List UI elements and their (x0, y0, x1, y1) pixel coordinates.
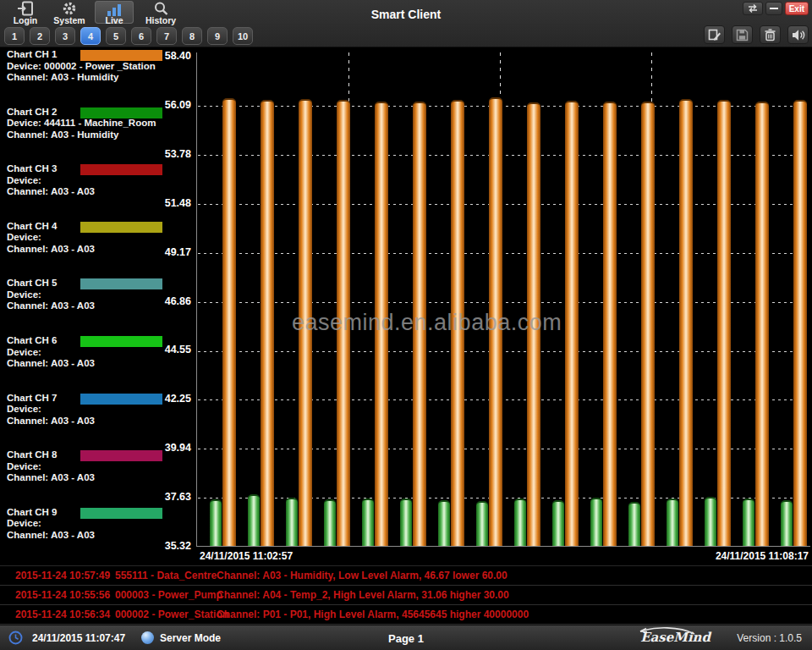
tab-page-1[interactable]: 1 (4, 27, 25, 45)
bar-green (552, 500, 564, 546)
bar-orange (222, 98, 236, 546)
alarm-time: 2015-11-24 10:56:34 (15, 609, 110, 620)
y-axis-ticks: 58.4056.0953.7851.4849.1746.8644.5542.25… (135, 47, 193, 565)
y-axis-line (196, 52, 197, 547)
legend-device: Device: (7, 461, 41, 471)
legend-title: Chart CH 6 (7, 335, 57, 345)
bar-green (590, 498, 602, 546)
legend-title: Chart CH 4 (7, 221, 57, 231)
minimize-icon (770, 8, 778, 9)
h-gridline (198, 106, 807, 107)
alarm-row[interactable]: 2015-11-24 10:55:56000003 - Power_PumpCh… (0, 586, 812, 605)
watermark-text: easemind.en.alibaba.com (292, 310, 562, 336)
bar-green (400, 499, 412, 546)
h-gridline (198, 155, 807, 156)
h-gridline (198, 253, 807, 254)
save-icon (736, 29, 749, 41)
y-tick-label: 37.63 (135, 491, 191, 503)
alarm-row[interactable]: 2015-11-24 10:56:34000002 - Power_Statio… (0, 605, 812, 625)
minimize-button[interactable] (765, 2, 782, 15)
bar-green (438, 500, 450, 546)
alarm-message: Channel: A04 - Temp_2, High Level Alarm,… (217, 589, 509, 601)
legend-channel: Channel: A03 - A03 (7, 186, 95, 196)
tab-page-10[interactable]: 10 (233, 27, 253, 45)
alarm-device: 000002 - Power_Station (115, 609, 228, 620)
save-button[interactable] (732, 25, 753, 44)
tab-page-9[interactable]: 9 (207, 27, 228, 45)
h-gridline (198, 449, 807, 449)
legend-device: Device: 444111 - Machine_Room (7, 118, 156, 128)
legend-title: Chart CH 1 (7, 49, 57, 59)
tab-page-7[interactable]: 7 (156, 27, 177, 45)
alarm-time: 2015-11-24 10:57:49 (15, 570, 110, 581)
titlebar: Login System Live (0, 0, 812, 47)
x-axis-start-label: 24/11/2015 11:02:57 (200, 550, 293, 562)
legend-title: Chart CH 3 (7, 163, 57, 174)
y-tick-label: 35.32 (135, 540, 191, 552)
y-tick-label: 51.48 (135, 197, 191, 209)
toolbar (704, 25, 809, 44)
brand-logo: EaseMind (640, 630, 710, 645)
bar-orange (717, 100, 731, 546)
h-gridline (198, 351, 807, 352)
alarm-row[interactable]: 2015-11-24 10:57:49555111 - Data_CentreC… (0, 566, 812, 586)
y-tick-label: 53.78 (135, 148, 191, 160)
bar-green (628, 502, 640, 546)
y-tick-label: 58.40 (135, 50, 191, 62)
legend-device: Device: (7, 518, 41, 528)
y-tick-label: 56.09 (135, 99, 191, 111)
switch-icon (747, 3, 759, 14)
chart-plot-area: 24/11/2015 11:02:57 24/11/2015 11:08:17 (196, 52, 810, 547)
h-gridline (198, 302, 807, 303)
y-tick-label: 44.55 (135, 344, 191, 355)
legend-channel: Channel: A03 - A03 (7, 416, 95, 426)
legend-channel: Channel: A03 - A03 (7, 244, 95, 254)
window-title: Smart Client (0, 8, 812, 21)
y-tick-label: 49.17 (135, 246, 191, 258)
legend-device: Device: (7, 175, 41, 185)
speaker-icon (791, 29, 805, 41)
tab-page-6[interactable]: 6 (131, 27, 151, 45)
tab-page-3[interactable]: 3 (55, 27, 75, 45)
legend-title: Chart CH 8 (7, 449, 57, 460)
tab-page-2[interactable]: 2 (30, 27, 50, 45)
legend-channel: Channel: A03 - Humidity (7, 72, 118, 82)
legend-device: Device: 000002 - Power _Station (7, 61, 156, 71)
alarm-device: 000003 - Power_Pump (115, 589, 222, 601)
bar-green (781, 500, 793, 546)
legend-channel: Channel: A03 - Humidity (7, 129, 118, 140)
bar-green (514, 499, 526, 546)
bar-green (210, 499, 222, 546)
legend-title: Chart CH 7 (7, 393, 57, 403)
bar-orange (261, 100, 274, 546)
bar-orange (641, 102, 655, 546)
sound-button[interactable] (787, 25, 809, 44)
tab-page-4[interactable]: 4 (80, 27, 101, 45)
tab-page-5[interactable]: 5 (106, 27, 126, 45)
legend-device: Device: (7, 232, 41, 242)
bar-green (743, 499, 754, 546)
smart-client-window: Login System Live (0, 0, 812, 650)
tab-page-8[interactable]: 8 (182, 27, 202, 45)
bar-orange (793, 100, 807, 546)
brand-swoosh-icon (635, 626, 696, 636)
bar-green (667, 499, 678, 546)
x-axis-end-label: 24/11/2015 11:08:17 (716, 550, 809, 562)
alarm-device: 555111 - Data_Centre (115, 570, 217, 581)
legend-channel: Channel: A03 - A03 (7, 530, 95, 540)
page-tabs: 12345678910 (4, 27, 253, 45)
window-controls: Exit (743, 2, 809, 15)
h-gridline (198, 204, 807, 205)
statusbar: 24/11/2015 11:07:47 Server Mode Page 1 E… (0, 625, 812, 650)
bar-green (324, 499, 336, 546)
edit-icon (708, 28, 721, 41)
legend-channel: Channel: A03 - A03 (7, 472, 95, 482)
delete-button[interactable] (760, 25, 781, 44)
bar-green (286, 498, 298, 547)
exit-button[interactable]: Exit (785, 2, 809, 15)
bar-green (476, 501, 488, 546)
legend-device: Device: (7, 347, 41, 357)
edit-button[interactable] (704, 25, 725, 44)
switch-window-button[interactable] (743, 2, 763, 15)
legend-title: Chart CH 9 (7, 507, 57, 517)
